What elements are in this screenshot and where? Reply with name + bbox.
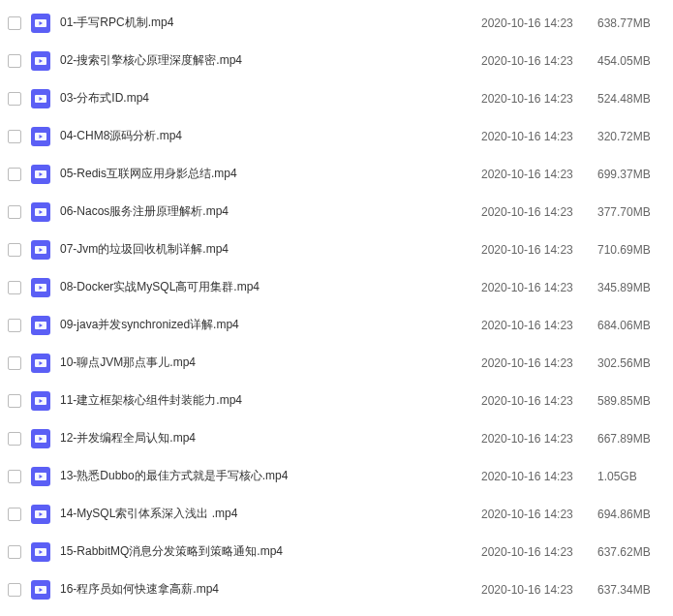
file-size: 684.06MB	[597, 319, 665, 332]
file-size: 320.72MB	[597, 130, 665, 143]
file-name[interactable]: 15-RabbitMQ消息分发策略到策略通知.mp4	[60, 543, 481, 560]
video-file-icon	[31, 354, 50, 373]
file-date: 2020-10-16 14:23	[481, 394, 597, 408]
file-row[interactable]: 13-熟悉Dubbo的最佳方式就是手写核心.mp42020-10-16 14:2…	[0, 457, 673, 495]
file-row[interactable]: 08-Docker实战MySQL高可用集群.mp42020-10-16 14:2…	[0, 268, 673, 306]
file-row[interactable]: 15-RabbitMQ消息分发策略到策略通知.mp42020-10-16 14:…	[0, 533, 673, 570]
file-name[interactable]: 01-手写RPC机制.mp4	[60, 15, 481, 31]
video-file-icon	[31, 165, 50, 184]
file-name[interactable]: 02-搜索引擎核心原理深度解密.mp4	[60, 52, 481, 69]
video-file-icon	[31, 14, 50, 33]
video-file-icon	[31, 127, 50, 146]
file-size: 637.62MB	[597, 545, 665, 559]
file-size: 694.86MB	[597, 508, 665, 521]
file-size: 637.34MB	[597, 583, 665, 597]
file-row[interactable]: 03-分布式ID.mp42020-10-16 14:23524.48MB	[0, 79, 673, 117]
file-size: 667.89MB	[597, 432, 665, 446]
file-checkbox[interactable]	[8, 16, 21, 30]
file-date: 2020-10-16 14:23	[481, 16, 597, 30]
file-size: 638.77MB	[597, 16, 665, 30]
video-file-icon	[31, 240, 50, 260]
file-date: 2020-10-16 14:23	[481, 356, 597, 370]
video-file-icon	[31, 316, 50, 335]
video-file-icon	[31, 51, 50, 71]
file-checkbox[interactable]	[8, 168, 21, 181]
file-name[interactable]: 05-Redis互联网应用身影总结.mp4	[60, 166, 481, 182]
file-checkbox[interactable]	[8, 281, 21, 294]
file-row[interactable]: 09-java并发synchronized详解.mp42020-10-16 14…	[0, 306, 673, 344]
file-row[interactable]: 04-CHM8源码分析.mp42020-10-16 14:23320.72MB	[0, 117, 673, 155]
video-file-icon	[31, 391, 50, 411]
file-checkbox[interactable]	[8, 545, 21, 559]
video-file-icon	[31, 89, 50, 108]
file-name[interactable]: 10-聊点JVM那点事儿.mp4	[60, 354, 481, 371]
file-size: 454.05MB	[597, 54, 665, 68]
file-size: 699.37MB	[597, 168, 665, 181]
file-list: 01-手写RPC机制.mp42020-10-16 14:23638.77MB02…	[0, 0, 673, 612]
file-name[interactable]: 07-Jvm的垃圾回收机制详解.mp4	[60, 241, 481, 258]
file-date: 2020-10-16 14:23	[481, 319, 597, 332]
file-checkbox[interactable]	[8, 205, 21, 219]
file-row[interactable]: 11-建立框架核心组件封装能力.mp42020-10-16 14:23589.8…	[0, 382, 673, 419]
file-name[interactable]: 14-MySQL索引体系深入浅出 .mp4	[60, 506, 481, 522]
file-row[interactable]: 16-程序员如何快速拿高薪.mp42020-10-16 14:23637.34M…	[0, 570, 673, 608]
video-file-icon	[31, 429, 50, 448]
file-size: 302.56MB	[597, 356, 665, 370]
file-name[interactable]: 08-Docker实战MySQL高可用集群.mp4	[60, 279, 481, 295]
file-row[interactable]: 06-Nacos服务注册原理解析.mp42020-10-16 14:23377.…	[0, 193, 673, 231]
file-date: 2020-10-16 14:23	[481, 92, 597, 106]
file-checkbox[interactable]	[8, 394, 21, 408]
file-checkbox[interactable]	[8, 432, 21, 446]
file-size: 345.89MB	[597, 281, 665, 294]
file-checkbox[interactable]	[8, 130, 21, 143]
file-name[interactable]: 06-Nacos服务注册原理解析.mp4	[60, 203, 481, 220]
video-file-icon	[31, 542, 50, 562]
file-row[interactable]: 05-Redis互联网应用身影总结.mp42020-10-16 14:23699…	[0, 155, 673, 193]
file-checkbox[interactable]	[8, 92, 21, 106]
file-size: 1.05GB	[597, 470, 665, 483]
file-name[interactable]: 16-程序员如何快速拿高薪.mp4	[60, 581, 481, 598]
file-row[interactable]: 02-搜索引擎核心原理深度解密.mp42020-10-16 14:23454.0…	[0, 42, 673, 79]
file-date: 2020-10-16 14:23	[481, 508, 597, 521]
file-size: 710.69MB	[597, 243, 665, 257]
file-size: 524.48MB	[597, 92, 665, 106]
file-name[interactable]: 13-熟悉Dubbo的最佳方式就是手写核心.mp4	[60, 468, 481, 484]
file-checkbox[interactable]	[8, 356, 21, 370]
video-file-icon	[31, 467, 50, 486]
file-date: 2020-10-16 14:23	[481, 545, 597, 559]
file-date: 2020-10-16 14:23	[481, 168, 597, 181]
file-row[interactable]: 07-Jvm的垃圾回收机制详解.mp42020-10-16 14:23710.6…	[0, 231, 673, 268]
file-checkbox[interactable]	[8, 583, 21, 597]
file-date: 2020-10-16 14:23	[481, 583, 597, 597]
file-row[interactable]: 10-聊点JVM那点事儿.mp42020-10-16 14:23302.56MB	[0, 344, 673, 382]
file-date: 2020-10-16 14:23	[481, 243, 597, 257]
file-name[interactable]: 12-并发编程全局认知.mp4	[60, 430, 481, 447]
file-date: 2020-10-16 14:23	[481, 470, 597, 483]
video-file-icon	[31, 580, 50, 600]
video-file-icon	[31, 505, 50, 524]
file-date: 2020-10-16 14:23	[481, 432, 597, 446]
file-name[interactable]: 03-分布式ID.mp4	[60, 90, 481, 107]
file-checkbox[interactable]	[8, 508, 21, 521]
video-file-icon	[31, 278, 50, 297]
file-name[interactable]: 11-建立框架核心组件封装能力.mp4	[60, 392, 481, 409]
file-checkbox[interactable]	[8, 470, 21, 483]
file-date: 2020-10-16 14:23	[481, 130, 597, 143]
file-row[interactable]: 12-并发编程全局认知.mp42020-10-16 14:23667.89MB	[0, 419, 673, 457]
file-checkbox[interactable]	[8, 319, 21, 332]
file-name[interactable]: 09-java并发synchronized详解.mp4	[60, 317, 481, 333]
file-name[interactable]: 04-CHM8源码分析.mp4	[60, 128, 481, 144]
file-row[interactable]: 01-手写RPC机制.mp42020-10-16 14:23638.77MB	[0, 4, 673, 42]
file-row[interactable]: 14-MySQL索引体系深入浅出 .mp42020-10-16 14:23694…	[0, 495, 673, 533]
file-date: 2020-10-16 14:23	[481, 281, 597, 294]
file-date: 2020-10-16 14:23	[481, 205, 597, 219]
video-file-icon	[31, 202, 50, 222]
file-size: 589.85MB	[597, 394, 665, 408]
file-date: 2020-10-16 14:23	[481, 54, 597, 68]
file-size: 377.70MB	[597, 205, 665, 219]
file-checkbox[interactable]	[8, 243, 21, 257]
file-checkbox[interactable]	[8, 54, 21, 68]
